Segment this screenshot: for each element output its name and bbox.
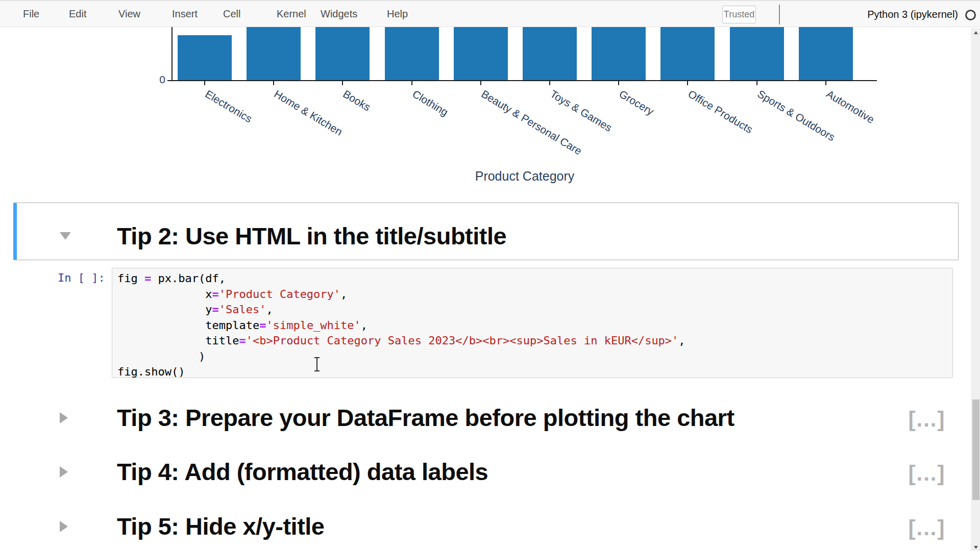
bar-office-products xyxy=(660,27,715,80)
menu-help[interactable]: Help xyxy=(387,8,408,20)
bar-clothing xyxy=(385,27,439,80)
bar-beauty-personal-care xyxy=(454,27,508,80)
text-cursor-icon xyxy=(313,357,320,371)
x-tick-label: Automotive xyxy=(824,88,876,126)
x-tick-label: Grocery xyxy=(617,88,656,118)
x-tick-label: Clothing xyxy=(410,88,450,118)
x-axis-tick xyxy=(411,81,412,85)
bar-automotive xyxy=(799,27,853,80)
x-tick-label: Toys & Games xyxy=(548,88,614,134)
code-text: fig = px.bar(df, x='Product Category', y… xyxy=(117,271,685,380)
tip-heading-4: Tip 4: Add (formatted) data labels xyxy=(117,458,488,486)
x-axis-tick xyxy=(618,81,619,85)
x-axis-line xyxy=(172,80,877,81)
menu-file[interactable]: File xyxy=(23,8,39,20)
menu-cell[interactable]: Cell xyxy=(223,8,240,20)
bar-books xyxy=(315,27,370,80)
collapsed-cells-indicator[interactable]: [...] xyxy=(903,516,950,540)
y-axis-tick-label: 0 xyxy=(151,73,165,86)
x-axis-tick xyxy=(549,81,550,85)
x-axis-tick xyxy=(480,81,481,85)
kernel-separator xyxy=(779,5,780,24)
kernel-name-label: Python 3 (ipykernel) xyxy=(867,9,958,20)
scrollbar-thumb[interactable] xyxy=(972,399,979,500)
x-axis-tick xyxy=(687,81,688,85)
bar-home-kitchen xyxy=(247,27,301,80)
bar-sports-outdoors xyxy=(730,27,784,80)
notebook-page: 0 ElectronicsHome & KitchenBooksClothing… xyxy=(0,0,980,551)
trusted-badge[interactable]: Trusted xyxy=(722,6,756,23)
x-axis-tick xyxy=(342,81,343,85)
x-tick-label: Electronics xyxy=(203,88,254,125)
input-prompt: In [ ]: xyxy=(58,271,105,284)
x-axis-title: Product Category xyxy=(423,169,627,184)
collapse-toggle-right-icon[interactable] xyxy=(60,412,68,423)
notebook-menubar: Trusted Python 3 (ipykernel) FileEditVie… xyxy=(0,0,980,27)
scroll-up-icon[interactable] xyxy=(974,31,978,34)
collapse-toggle-down-icon[interactable] xyxy=(60,232,71,240)
bar-grocery xyxy=(592,27,646,80)
x-axis-tick xyxy=(273,81,274,85)
menu-widgets[interactable]: Widgets xyxy=(321,8,357,20)
collapse-toggle-right-icon[interactable] xyxy=(60,466,68,478)
tip-heading-3: Tip 3: Prepare your DataFrame before plo… xyxy=(117,404,734,432)
menu-edit[interactable]: Edit xyxy=(69,8,86,20)
y-axis-line xyxy=(172,27,173,81)
scroll-down-icon[interactable] xyxy=(974,546,978,549)
tip2-heading: Tip 2: Use HTML in the title/subtitle xyxy=(117,222,506,250)
y-axis-tick xyxy=(167,80,172,81)
x-tick-label: Home & Kitchen xyxy=(272,88,345,138)
menu-insert[interactable]: Insert xyxy=(172,8,198,20)
menu-view[interactable]: View xyxy=(118,8,140,20)
bar-toys-games xyxy=(523,27,577,80)
x-tick-label: Books xyxy=(341,88,373,114)
kernel-idle-circle-icon xyxy=(965,10,976,20)
x-axis-tick xyxy=(204,81,205,85)
collapsed-cells-indicator[interactable]: [...] xyxy=(903,407,950,432)
bar-electronics xyxy=(178,35,232,80)
vertical-scrollbar[interactable] xyxy=(971,28,980,551)
x-axis-tick xyxy=(756,81,757,85)
x-axis-tick xyxy=(825,81,826,85)
x-tick-label: Office Products xyxy=(686,88,755,136)
collapsed-cells-indicator[interactable]: [...] xyxy=(903,461,950,486)
code-editor[interactable]: fig = px.bar(df, x='Product Category', y… xyxy=(112,268,953,378)
menu-kernel[interactable]: Kernel xyxy=(277,8,306,20)
tip-heading-5: Tip 5: Hide x/y-title xyxy=(117,513,325,540)
collapse-toggle-right-icon[interactable] xyxy=(60,521,68,532)
